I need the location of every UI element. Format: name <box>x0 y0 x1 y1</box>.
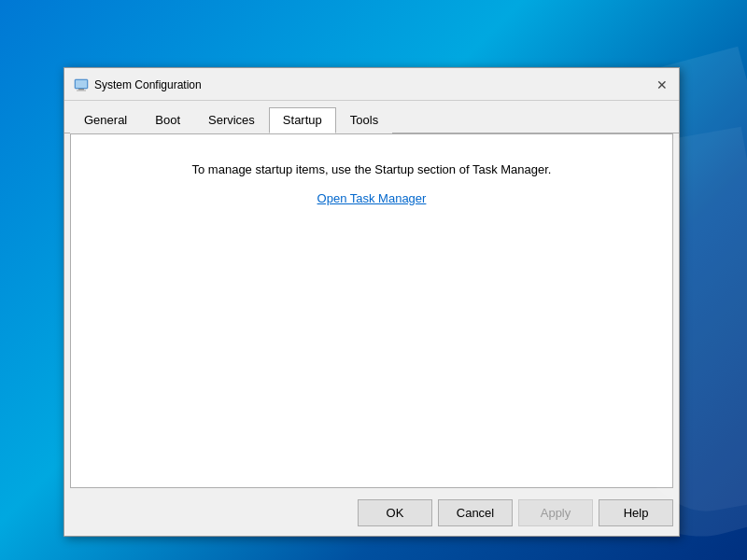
svg-rect-2 <box>78 89 84 91</box>
dialog-title: System Configuration <box>94 78 202 91</box>
tab-general[interactable]: General <box>70 107 141 133</box>
tab-services[interactable]: Services <box>194 107 269 133</box>
startup-message: To manage startup items, use the Startup… <box>192 162 552 176</box>
help-button[interactable]: Help <box>599 499 673 526</box>
apply-button[interactable]: Apply <box>518 499 593 526</box>
system-configuration-dialog: System Configuration ✕ General Boot Serv… <box>63 67 680 537</box>
tab-tools[interactable]: Tools <box>336 107 392 133</box>
svg-rect-1 <box>76 80 87 88</box>
content-area: To manage startup items, use the Startup… <box>70 133 673 488</box>
title-bar-left: System Configuration <box>74 77 202 92</box>
svg-rect-3 <box>77 91 86 91</box>
close-button[interactable]: ✕ <box>653 76 671 94</box>
tab-boot[interactable]: Boot <box>141 107 194 133</box>
tab-bar: General Boot Services Startup Tools <box>64 101 679 133</box>
ok-button[interactable]: OK <box>358 499 432 526</box>
button-row: OK Cancel Apply Help <box>64 494 679 536</box>
open-task-manager-link[interactable]: Open Task Manager <box>317 191 427 205</box>
monitor-icon <box>74 77 89 92</box>
cancel-button[interactable]: Cancel <box>438 499 513 526</box>
title-bar: System Configuration ✕ <box>64 68 679 101</box>
tab-startup[interactable]: Startup <box>269 107 336 133</box>
